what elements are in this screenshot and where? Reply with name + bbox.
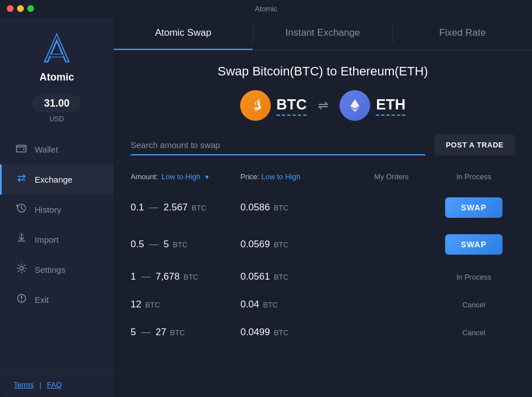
- sidebar: Atomic 31.00 USD Wallet Exchange: [0, 0, 114, 397]
- row-2-price-unit: BTC: [274, 273, 288, 281]
- footer-separator: |: [39, 381, 41, 389]
- sidebar-item-import[interactable]: Import: [0, 225, 114, 255]
- history-label: History: [35, 205, 61, 214]
- sidebar-item-exit[interactable]: Exit: [0, 285, 114, 315]
- row-0-amount-from: 0.1: [131, 202, 144, 213]
- to-currency-name: ETH: [376, 96, 405, 116]
- row-4-action: Cancel: [433, 327, 515, 337]
- row-1-price-unit: BTC: [274, 240, 288, 249]
- row-4-cancel-button[interactable]: Cancel: [462, 328, 485, 337]
- row-2-amount-unit: BTC: [183, 273, 198, 281]
- tab-fixed-rate[interactable]: Fixed Rate: [393, 17, 532, 50]
- table-header: Amount: Low to High ▼ Price: Low to High…: [131, 167, 515, 187]
- row-1-amount-from: 0.5: [131, 239, 144, 250]
- row-2-amount: 1 — 7,678 BTC: [131, 271, 240, 282]
- row-0-price: 0.0586 BTC: [240, 202, 350, 213]
- table-row: 12 BTC 0.04 BTC Cancel: [131, 291, 515, 319]
- row-0-amount-to: 2.567: [164, 202, 188, 213]
- svg-rect-1: [16, 145, 26, 152]
- row-3-price-unit: BTC: [263, 301, 278, 309]
- exchange-icon: [15, 172, 28, 187]
- search-input[interactable]: [131, 136, 425, 155]
- row-4-price-unit: BTC: [274, 328, 288, 337]
- to-currency[interactable]: ETH: [340, 90, 405, 121]
- from-currency-name: BTC: [277, 96, 307, 116]
- tab-bar: Atomic Swap Instant Exchange Fixed Rate: [114, 17, 532, 50]
- post-trade-button[interactable]: POST A TRADE: [434, 134, 515, 155]
- atomic-logo-icon: [37, 28, 77, 68]
- sidebar-item-settings[interactable]: Settings: [0, 255, 114, 285]
- svg-point-2: [23, 149, 25, 150]
- balance-currency: USD: [49, 115, 64, 123]
- faq-link[interactable]: FAQ: [47, 381, 62, 389]
- import-label: Import: [35, 235, 59, 244]
- row-2-status: In Process: [456, 273, 491, 281]
- sidebar-item-wallet[interactable]: Wallet: [0, 134, 114, 164]
- row-2-price-val: 0.0561: [240, 271, 270, 282]
- balance-amount: 31.00: [44, 98, 69, 109]
- sidebar-item-history[interactable]: History: [0, 195, 114, 225]
- wallet-icon: [15, 142, 28, 157]
- amount-sort-value[interactable]: Low to High: [161, 172, 200, 181]
- row-4-amount-from: 5: [131, 327, 136, 337]
- svg-point-6: [21, 300, 22, 301]
- row-1-amount-to: 5: [164, 239, 169, 250]
- tab-instant-exchange[interactable]: Instant Exchange: [253, 17, 392, 50]
- close-button[interactable]: [7, 5, 14, 12]
- titlebar: Atomic: [0, 0, 532, 17]
- price-sort-label: Price:: [240, 172, 259, 181]
- terms-link[interactable]: Terms: [14, 381, 33, 389]
- exchange-content: Swap Bitcoin(BTC) to Ethereum(ETH) BTC ⇌: [114, 50, 532, 397]
- logo-name: Atomic: [39, 71, 74, 83]
- row-4-price: 0.0499 BTC: [240, 327, 350, 338]
- row-3-price: 0.04 BTC: [240, 299, 350, 310]
- row-0-price-unit: BTC: [274, 204, 288, 212]
- amount-sort-label: Amount:: [131, 172, 158, 181]
- row-1-action: SWAP: [433, 234, 515, 255]
- row-2-action: In Process: [433, 272, 515, 282]
- btc-icon: [240, 90, 271, 121]
- row-3-price-val: 0.04: [240, 299, 259, 310]
- from-currency[interactable]: BTC: [240, 90, 307, 121]
- table-row: 0.1 — 2.567 BTC 0.0586 BTC SWAP: [131, 189, 515, 226]
- row-4-price-val: 0.0499: [240, 327, 270, 337]
- price-sort-value[interactable]: Low to High: [261, 172, 300, 181]
- row-4-amount: 5 — 27 BTC: [131, 327, 240, 338]
- row-3-amount: 12 BTC: [131, 299, 240, 310]
- exit-icon: [15, 293, 28, 307]
- tab-atomic-swap[interactable]: Atomic Swap: [114, 17, 253, 50]
- row-2-amount-to: 7,678: [156, 271, 180, 282]
- sidebar-item-exchange[interactable]: Exchange: [0, 164, 114, 195]
- row-1-amount: 0.5 — 5 BTC: [131, 239, 240, 250]
- row-0-price-val: 0.0586: [240, 202, 270, 213]
- row-3-cancel-button[interactable]: Cancel: [462, 301, 485, 309]
- row-0-swap-button[interactable]: SWAP: [445, 197, 502, 218]
- window-controls[interactable]: [7, 5, 34, 12]
- row-0-action: SWAP: [433, 197, 515, 218]
- exchange-label: Exchange: [35, 175, 73, 184]
- th-amount: Amount: Low to High ▼: [131, 172, 240, 181]
- row-2-amount-from: 1: [131, 271, 136, 282]
- settings-label: Settings: [35, 265, 65, 274]
- minimize-button[interactable]: [17, 5, 24, 12]
- wallet-label: Wallet: [35, 145, 58, 154]
- row-3-action: Cancel: [433, 299, 515, 310]
- app-title: Atomic: [255, 5, 278, 13]
- th-my-orders: My Orders: [350, 172, 433, 181]
- row-1-swap-button[interactable]: SWAP: [445, 234, 502, 255]
- th-in-process: In Process: [433, 172, 515, 181]
- row-1-amount-unit: BTC: [173, 240, 187, 249]
- settings-icon: [15, 263, 28, 277]
- row-3-amount-unit: BTC: [145, 301, 160, 309]
- swap-arrows-icon: ⇌: [318, 98, 328, 113]
- search-trade-row: POST A TRADE: [131, 134, 515, 155]
- row-4-amount-to: 27: [156, 327, 166, 337]
- eth-icon: [340, 90, 370, 121]
- row-2-price: 0.0561 BTC: [240, 271, 350, 282]
- search-input-wrap: [131, 136, 425, 155]
- maximize-button[interactable]: [27, 5, 34, 12]
- exit-label: Exit: [35, 295, 49, 305]
- import-icon: [15, 233, 28, 247]
- row-1-price-val: 0.0569: [240, 239, 270, 250]
- svg-point-4: [20, 267, 23, 270]
